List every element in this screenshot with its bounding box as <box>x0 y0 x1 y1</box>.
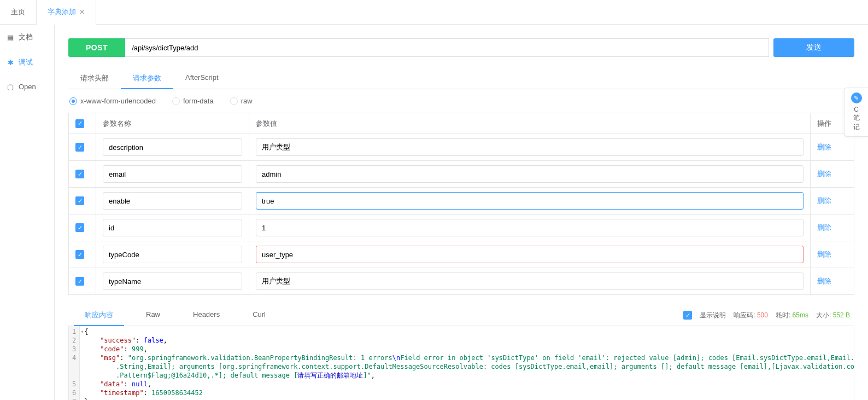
delete-link[interactable]: 删除 <box>817 250 831 258</box>
response-header-bar: 响应内容 Raw Headers Curl ✓ 显示说明 响应码: 500 耗时… <box>68 305 854 326</box>
open-icon: ▢ <box>7 83 14 91</box>
delete-link[interactable]: 删除 <box>817 170 831 178</box>
request-subtabs: 请求头部 请求参数 AfterScript <box>68 68 854 89</box>
params-table: ✓ 参数名称 参数值 操作 ✓删除✓删除✓删除✓删除✓删除✓删除 <box>68 113 854 295</box>
tab-label: 主页 <box>11 7 25 17</box>
param-value-input[interactable] <box>256 219 804 236</box>
row-checkbox[interactable]: ✓ <box>75 143 84 152</box>
row-checkbox[interactable]: ✓ <box>75 223 84 232</box>
doc-icon: ▤ <box>7 33 14 41</box>
radio-urlencoded[interactable]: x-www-form-urlencoded <box>69 97 156 105</box>
param-value-input[interactable] <box>256 246 804 263</box>
bug-icon: ✱ <box>7 59 14 66</box>
delete-link[interactable]: 删除 <box>817 196 831 205</box>
param-value-input[interactable] <box>256 273 804 290</box>
show-desc-checkbox[interactable]: ✓ <box>683 311 692 320</box>
code-content: { "success": false, "code": 999, "msg": … <box>80 326 854 400</box>
resp-tab-curl[interactable]: Curl <box>236 305 282 326</box>
row-checkbox[interactable]: ✓ <box>75 170 84 178</box>
param-value-input[interactable] <box>256 138 804 156</box>
table-row: ✓删除 <box>69 161 854 188</box>
radio-icon <box>230 97 238 105</box>
param-name-input[interactable] <box>103 165 242 183</box>
header-checkbox: ✓ <box>69 113 96 134</box>
line-gutter: 1234567 <box>69 326 80 400</box>
tab-home[interactable]: 主页 <box>0 0 37 24</box>
radio-icon <box>172 97 180 105</box>
radio-formdata[interactable]: form-data <box>172 97 214 105</box>
url-input[interactable] <box>125 38 769 57</box>
http-method-badge[interactable]: POST <box>68 38 125 57</box>
header-name: 参数名称 <box>96 113 249 134</box>
top-tabs: 主页 字典添加 ✕ <box>0 0 868 25</box>
status-code: 500 <box>757 311 768 319</box>
checkbox-all[interactable]: ✓ <box>75 119 84 128</box>
table-row: ✓删除 <box>69 134 854 161</box>
response-body-editor[interactable]: 1234567 { "success": false, "code": 999,… <box>68 326 854 400</box>
delete-link[interactable]: 删除 <box>817 277 831 285</box>
response-size: 552 B <box>833 311 850 319</box>
row-checkbox[interactable]: ✓ <box>75 250 84 259</box>
note-pencil-icon: ✎ <box>851 92 862 103</box>
close-icon[interactable]: ✕ <box>79 8 85 16</box>
sidebar: ▤ 文档 ✱ 调试 ▢ Open <box>0 0 55 400</box>
tab-dict-add[interactable]: 字典添加 ✕ <box>37 0 96 24</box>
row-checkbox[interactable]: ✓ <box>75 196 84 205</box>
float-notes-widget[interactable]: ✎ C 笔 记 <box>844 88 868 137</box>
main-panel: POST 发送 请求头部 请求参数 AfterScript x-www-form… <box>55 0 868 400</box>
sidebar-item-label: 文档 <box>19 32 33 42</box>
sidebar-item-label: Open <box>19 83 36 91</box>
elapsed-time: 65ms <box>793 311 808 319</box>
response-section: 响应内容 Raw Headers Curl ✓ 显示说明 响应码: 500 耗时… <box>68 305 854 400</box>
param-value-input[interactable] <box>256 192 804 210</box>
table-row: ✓删除 <box>69 188 854 215</box>
response-meta: ✓ 显示说明 响应码: 500 耗时: 65ms 大小: 552 B <box>683 311 854 320</box>
table-row: ✓删除 <box>69 268 854 295</box>
param-value-input[interactable] <box>256 165 804 183</box>
param-name-input[interactable] <box>103 138 242 156</box>
sidebar-item-open[interactable]: ▢ Open <box>0 75 54 98</box>
param-name-input[interactable] <box>103 273 242 290</box>
tab-label: 字典添加 <box>48 7 76 17</box>
row-checkbox[interactable]: ✓ <box>75 277 84 286</box>
radio-raw[interactable]: raw <box>230 97 253 105</box>
delete-link[interactable]: 删除 <box>817 143 831 151</box>
header-value: 参数值 <box>249 113 811 134</box>
tab-req-params[interactable]: 请求参数 <box>121 68 173 89</box>
body-type-radios: x-www-form-urlencoded form-data raw <box>68 97 854 105</box>
resp-tab-headers[interactable]: Headers <box>177 305 236 326</box>
tab-afterscript[interactable]: AfterScript <box>173 68 231 89</box>
resp-tab-content[interactable]: 响应内容 <box>68 305 130 326</box>
param-name-input[interactable] <box>103 192 242 210</box>
table-row: ✓删除 <box>69 215 854 241</box>
param-name-input[interactable] <box>103 219 242 236</box>
send-button[interactable]: 发送 <box>773 38 854 57</box>
table-row: ✓删除 <box>69 241 854 268</box>
sidebar-item-doc[interactable]: ▤ 文档 <box>0 25 54 50</box>
param-name-input[interactable] <box>103 246 242 263</box>
delete-link[interactable]: 删除 <box>817 223 831 231</box>
resp-tab-raw[interactable]: Raw <box>130 305 177 326</box>
tab-req-headers[interactable]: 请求头部 <box>68 68 121 89</box>
sidebar-item-label: 调试 <box>19 57 33 67</box>
show-desc-label: 显示说明 <box>700 311 726 320</box>
request-bar: POST 发送 <box>68 38 854 57</box>
sidebar-item-debug[interactable]: ✱ 调试 <box>0 50 54 75</box>
radio-icon <box>69 97 77 105</box>
